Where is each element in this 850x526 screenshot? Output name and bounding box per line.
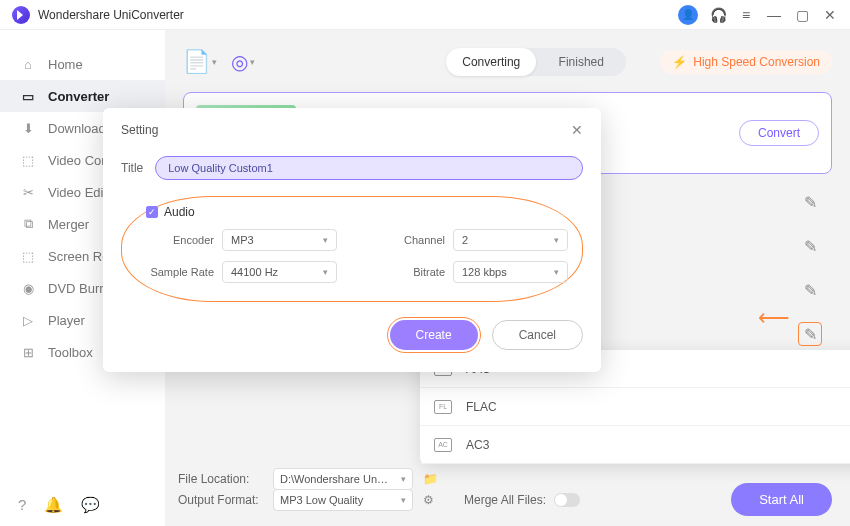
output-format-label: Output Format: [178,493,263,507]
format-badge-icon: AC [434,438,452,452]
chat-icon[interactable]: 💬 [81,496,100,514]
lightning-icon: ⚡ [672,55,687,69]
convert-button[interactable]: Convert [739,120,819,146]
sidebar-item-label: Player [48,313,85,328]
audio-settings-group: ✓ Audio EncoderMP3▾ Channel2▾ Sample Rat… [121,196,583,302]
merge-toggle[interactable] [554,493,580,507]
format-option-flac[interactable]: FLFLAC [420,388,850,426]
menu-icon[interactable]: ≡ [738,7,754,23]
cancel-button[interactable]: Cancel [492,320,583,350]
sidebar-item-label: Toolbox [48,345,93,360]
chevron-down-icon: ▾ [212,57,217,67]
start-all-button[interactable]: Start All [731,483,832,516]
file-plus-icon: 📄 [183,49,210,75]
modal-title: Setting [121,123,158,137]
chevron-down-icon: ▾ [323,235,328,245]
sidebar-item-label: Converter [48,89,109,104]
titlebar: Wondershare UniConverter 👤 🎧 ≡ — ▢ ✕ [0,0,850,30]
bell-icon[interactable]: 🔔 [44,496,63,514]
format-badge-icon: FL [434,400,452,414]
chevron-down-icon: ▾ [401,474,406,484]
chevron-down-icon: ▾ [323,267,328,277]
help-icon[interactable]: ? [18,496,26,514]
tab-finished[interactable]: Finished [536,48,626,76]
edit-icon[interactable]: ✎ [798,190,822,214]
title-label: Title [121,161,143,175]
settings-modal: Setting ✕ Title ✓ Audio EncoderMP3▾ Chan… [103,108,601,372]
sidebar-item-home[interactable]: ⌂Home [0,48,165,80]
audio-checkbox[interactable]: ✓ [146,206,158,218]
folder-icon[interactable]: 📁 [423,472,438,486]
add-file-button[interactable]: 📄▾ [183,49,217,75]
app-logo-icon [12,6,30,24]
bitrate-label: Bitrate [377,266,445,278]
annotation-arrow-icon: ⟵ [758,305,790,331]
tab-converting[interactable]: Converting [446,48,536,76]
bitrate-select[interactable]: 128 kbps▾ [453,261,568,283]
chevron-down-icon: ▾ [554,235,559,245]
create-button[interactable]: Create [390,320,478,350]
compress-icon: ⬚ [20,152,36,168]
app-title: Wondershare UniConverter [38,8,184,22]
sample-rate-label: Sample Rate [146,266,214,278]
scissors-icon: ✂ [20,184,36,200]
sidebar-item-label: Merger [48,217,89,232]
high-speed-badge[interactable]: ⚡High Speed Conversion [660,50,832,74]
encoder-label: Encoder [146,234,214,246]
output-format-select[interactable]: MP3 Low Quality▾ [273,489,413,511]
target-plus-icon: ◎ [231,50,248,74]
minimize-icon[interactable]: — [766,7,782,23]
tabs: Converting Finished [446,48,626,76]
channel-select[interactable]: 2▾ [453,229,568,251]
download-icon: ⬇ [20,120,36,136]
headset-icon[interactable]: 🎧 [710,7,726,23]
chevron-down-icon: ▾ [250,57,255,67]
close-icon[interactable]: ✕ [822,7,838,23]
user-avatar-icon[interactable]: 👤 [678,5,698,25]
gear-icon[interactable]: ⚙ [423,493,434,507]
merge-label: Merge All Files: [464,493,546,507]
channel-label: Channel [377,234,445,246]
encoder-select[interactable]: MP3▾ [222,229,337,251]
play-icon: ▷ [20,312,36,328]
sample-rate-select[interactable]: 44100 Hz▾ [222,261,337,283]
chevron-down-icon: ▾ [554,267,559,277]
file-location-label: File Location: [178,472,263,486]
title-input[interactable] [155,156,583,180]
file-location-select[interactable]: D:\Wondershare UniConverter▾ [273,468,413,490]
grid-icon: ⊞ [20,344,36,360]
converter-icon: ▭ [20,88,36,104]
sidebar-item-label: Home [48,57,83,72]
merge-icon: ⧉ [20,216,36,232]
format-option-ac3[interactable]: ACAC3 [420,426,850,464]
edit-icon[interactable]: ✎ [798,234,822,258]
record-icon: ⬚ [20,248,36,264]
audio-label: Audio [164,205,195,219]
home-icon: ⌂ [20,56,36,72]
close-icon[interactable]: ✕ [571,122,583,138]
maximize-icon[interactable]: ▢ [794,7,810,23]
disc-icon: ◉ [20,280,36,296]
chevron-down-icon: ▾ [401,495,406,505]
edit-icon[interactable]: ✎ [798,278,822,302]
add-source-button[interactable]: ◎▾ [231,50,255,74]
edit-icon-highlighted[interactable]: ✎ [798,322,822,346]
